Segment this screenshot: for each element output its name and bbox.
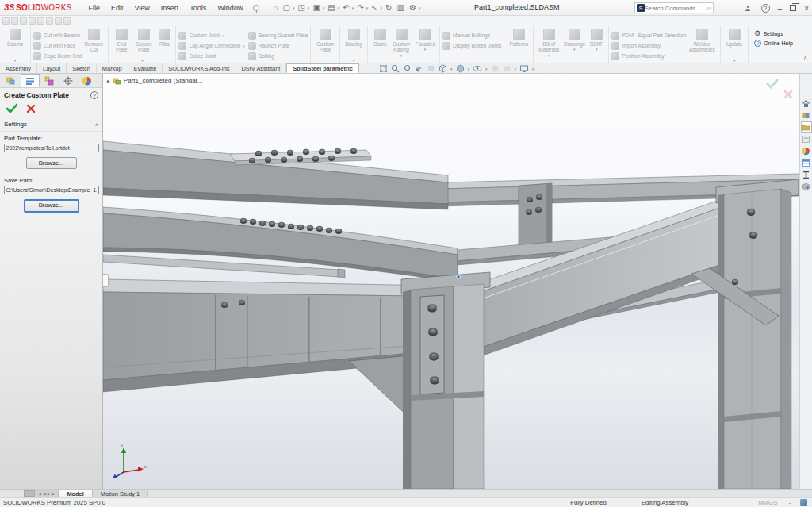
bolting-button[interactable]: Bolting — [248, 52, 308, 60]
save-icon[interactable]: ▣ — [310, 3, 322, 12]
minimize-button[interactable]: – — [778, 4, 783, 13]
cut-with-beams-button[interactable]: Cut with Beams — [33, 31, 82, 40]
home-icon[interactable]: ⌂ — [270, 3, 280, 12]
model-canvas[interactable]: y x — [103, 74, 799, 489]
confirm-ok-corner[interactable] — [766, 79, 779, 89]
custom-properties-tab[interactable] — [801, 157, 812, 168]
dimxpertmanager-tab[interactable] — [59, 74, 78, 87]
menu-insert[interactable]: Insert — [155, 4, 185, 12]
tab-assembly[interactable]: Assembly — [0, 63, 37, 73]
ribs-button[interactable]: Ribs — [155, 28, 173, 47]
splice-joint-button[interactable]: Splice Joint — [178, 52, 244, 60]
design-library-tab[interactable] — [801, 109, 812, 121]
restore-button[interactable] — [790, 5, 796, 11]
menu-view[interactable]: View — [128, 4, 155, 12]
beams-button[interactable]: Beams — [2, 28, 28, 47]
ok-check-button[interactable] — [6, 103, 18, 113]
stairs-button[interactable]: Stairs — [370, 28, 389, 47]
top-left-beam[interactable] — [103, 141, 448, 209]
previous-view-icon[interactable] — [403, 64, 412, 73]
haunch-plate-button[interactable]: Haunch Plate — [248, 41, 308, 50]
mini-tool-icon[interactable] — [55, 17, 62, 25]
import-assembly-button[interactable]: Import Assembly — [611, 41, 686, 50]
tab-bar-grip[interactable] — [24, 490, 35, 497]
close-button[interactable]: × — [804, 4, 809, 13]
menu-edit[interactable]: Edit — [105, 4, 129, 12]
right-girder[interactable] — [474, 198, 726, 359]
mini-tool-icon[interactable] — [20, 17, 27, 25]
pin-menu-icon[interactable] — [253, 5, 259, 11]
custom-joint-button[interactable]: Custom Joint▾ — [178, 31, 244, 40]
displaymanager-tab[interactable] — [78, 74, 97, 87]
export-cube-tab[interactable] — [801, 181, 812, 192]
settings-button[interactable]: ⚙ Settings — [754, 30, 793, 37]
edit-appearance-icon[interactable] — [491, 64, 500, 73]
position-assembly-button[interactable]: Position Assembly — [611, 52, 686, 60]
update-button[interactable]: Update — [723, 28, 745, 47]
tab-solidsteel-parametric[interactable]: SolidSteel parametric — [286, 63, 359, 73]
graphics-viewport[interactable]: y x ▶ Part1_completed (Standar... — [103, 74, 799, 489]
cut-with-face-button[interactable]: Cut with Face — [33, 41, 82, 50]
search-box[interactable]: S ⌕ ▾ — [634, 2, 714, 13]
undo-icon[interactable]: ↶ — [340, 3, 351, 12]
tab-solidworks-add-ins[interactable]: SOLIDWORKS Add-Ins — [163, 63, 236, 73]
display-style-icon[interactable] — [456, 64, 465, 73]
solidsteel-tools-tab[interactable] — [801, 169, 812, 180]
resources-home-tab[interactable] — [801, 98, 812, 109]
browse-save-path-button[interactable]: Browse... — [24, 199, 79, 213]
menu-window[interactable]: Window — [212, 4, 248, 12]
left-haunch[interactable] — [349, 355, 411, 419]
display-bolted-joints-button[interactable]: Display Bolted Joints — [442, 41, 501, 50]
first-tab-arrow[interactable]: ◀ — [38, 491, 41, 496]
clip-angle-connection-button[interactable]: Clip Angle Connection▾ — [178, 41, 244, 50]
right-column[interactable] — [716, 179, 799, 489]
file-explorer-tab[interactable] — [801, 121, 812, 133]
patterns-button[interactable]: Patterns — [507, 28, 530, 47]
drawings-button[interactable]: Drawings ▾ — [561, 28, 587, 52]
panel-help-icon[interactable]: ? — [90, 91, 98, 99]
manual-boltings-button[interactable]: Manual Boltings — [442, 31, 501, 40]
prev-tab-arrow[interactable]: ◀ — [43, 491, 46, 496]
open-icon[interactable]: ◳ — [295, 3, 307, 12]
facades-button[interactable]: Facades ▾ — [413, 28, 437, 52]
mini-tool-icon[interactable] — [11, 17, 18, 25]
bill-of-materials-button[interactable]: Bill of Materials ▾ — [536, 28, 561, 58]
end-plate-button[interactable]: End Plate — [111, 28, 132, 53]
panel-splitter-handle[interactable] — [103, 274, 109, 287]
file-properties-icon[interactable]: ▥ — [394, 3, 406, 12]
bearing-gusset-plate-button[interactable]: Bearing Gusset Plate — [248, 31, 308, 40]
section-view-icon[interactable] — [415, 64, 423, 73]
tab-markup[interactable]: Markup — [97, 63, 128, 73]
zoom-to-fit-icon[interactable] — [379, 64, 388, 73]
feature-tree-flyout[interactable]: ▶ Part1_completed (Standar... — [107, 76, 202, 85]
settings-section-header[interactable]: Settings ∧ — [0, 117, 102, 132]
select-icon[interactable]: ↖ — [369, 3, 380, 12]
hide-show-items-icon[interactable] — [473, 64, 482, 73]
propertymanager-tab[interactable] — [21, 74, 40, 87]
mini-tool-icon[interactable] — [29, 17, 36, 25]
view-palette-tab[interactable] — [801, 133, 812, 144]
apply-scene-icon[interactable] — [503, 64, 511, 73]
appearances-scenes-tab[interactable] — [801, 145, 812, 156]
save-path-field[interactable] — [4, 186, 99, 194]
print-icon[interactable]: ▤ — [325, 3, 337, 12]
rebuild-icon[interactable]: ↻ — [383, 3, 394, 12]
search-scope-icon[interactable]: S — [637, 4, 645, 12]
online-help-button[interactable]: ? Online Help — [754, 40, 793, 47]
view-settings-icon[interactable] — [519, 64, 529, 73]
cancel-x-button[interactable] — [26, 104, 36, 113]
mini-tool-icon[interactable] — [63, 17, 71, 25]
tree-expand-arrow[interactable]: ▶ — [107, 79, 110, 83]
user-account-icon[interactable] — [745, 4, 753, 13]
tab-sketch[interactable]: Sketch — [67, 63, 97, 73]
mini-tool-icon[interactable] — [46, 17, 53, 25]
sdnf-button[interactable]: SDNF ▾ — [587, 28, 606, 52]
search-input[interactable] — [645, 5, 705, 12]
tab-layout[interactable]: Layout — [37, 63, 67, 73]
last-tab-arrow[interactable]: ▶ — [52, 491, 56, 496]
center-column[interactable] — [401, 272, 490, 489]
pdm-equal-part-detection-button[interactable]: PDM - Equal Part Detection — [611, 31, 686, 40]
ribbon-collapse-chevron[interactable]: ∧ — [803, 55, 807, 61]
units-caret[interactable]: - — [788, 499, 791, 506]
next-tab-arrow[interactable]: ▶ — [48, 491, 51, 496]
